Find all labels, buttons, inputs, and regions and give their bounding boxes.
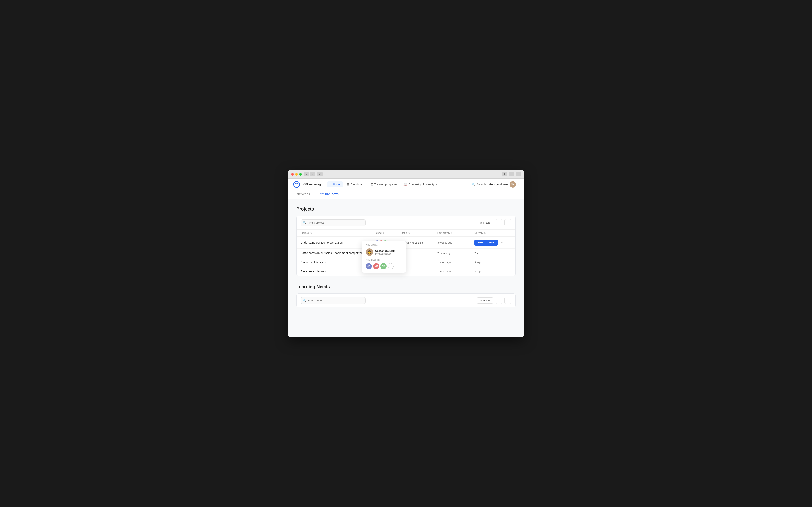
filters-icon: ⚙ — [480, 221, 482, 224]
popup-champion: 👩 Cassandre Brun Product Manager — [366, 248, 402, 256]
learning-needs-toolbar: 🔍 ⚙ Filters ↓ + — [297, 294, 515, 307]
filters-button[interactable]: ⚙ Filters — [477, 220, 494, 226]
sort-icon-projects: ⇅ — [310, 232, 312, 234]
col-delivery: Delivery ⇅ — [474, 232, 511, 234]
col-squad: Squad ⇅ — [374, 232, 400, 234]
delivery-row3: 3 sept — [474, 261, 511, 264]
projects-title: Projects — [296, 207, 516, 212]
table-row: Understand our tech organization JD MK C… — [297, 237, 515, 248]
add-reviewer-button[interactable]: + — [388, 263, 394, 269]
last-activity-row1: 3 weeks ago — [438, 241, 474, 244]
more-options-button[interactable]: ··· — [500, 240, 505, 245]
needs-toolbar-actions: ⚙ Filters ↓ + — [477, 297, 511, 304]
toolbar-actions: ⚙ Filters ↓ + — [477, 219, 511, 226]
sub-nav: BROWSE ALL MY PROJECTS — [288, 190, 524, 199]
nav-links: ⌂ Home ⊞ Dashboard ⊡ Training programs 📖… — [327, 181, 472, 187]
sort-icon-last-activity: ⇅ — [451, 232, 453, 234]
dashboard-icon: ⊞ — [347, 182, 349, 186]
logo-area[interactable]: 360Learning — [293, 181, 321, 188]
book-icon: 📖 — [403, 182, 407, 186]
needs-filters-button[interactable]: ⚙ Filters — [477, 297, 494, 303]
search-label: Search — [477, 183, 486, 186]
projects-card: 🔍 ⚙ Filters ↓ + — [296, 216, 516, 276]
projects-table: Projects ⇅ Squad ⇅ Status ⇅ — [297, 230, 515, 276]
nav-link-training[interactable]: ⊡ Training programs — [368, 181, 400, 187]
user-avatar: GA — [510, 181, 516, 187]
nav-link-dashboard-label: Dashboard — [350, 183, 364, 186]
project-search-input[interactable] — [301, 219, 366, 226]
main-content: Projects 🔍 ⚙ Filters — [288, 199, 524, 337]
nav-link-convexity-label: Convexity University — [409, 183, 435, 186]
needs-search-input[interactable] — [301, 297, 366, 304]
needs-download-icon: ↓ — [498, 299, 500, 302]
see-course-button[interactable]: SEE COURSE — [474, 239, 498, 245]
delivery-row4: 3 sept — [474, 270, 511, 273]
minimize-button[interactable] — [295, 173, 298, 176]
dropdown-chevron-icon: ▾ — [436, 183, 437, 185]
col-status: Status ⇅ — [401, 232, 438, 234]
needs-search-icon: 🔍 — [303, 299, 306, 302]
training-icon: ⊡ — [370, 182, 373, 186]
last-activity-row2: 2 month ago — [438, 252, 474, 255]
back-button[interactable]: ‹ — [304, 172, 309, 176]
download-button[interactable]: ↓ — [496, 219, 502, 226]
champion-name: Cassandre Brun — [375, 249, 396, 252]
sub-nav-browse-all[interactable]: BROWSE ALL — [293, 190, 317, 199]
actions-cell-row1: SEE COURSE ··· — [474, 239, 511, 245]
projects-section: Projects 🔍 ⚙ Filters — [296, 207, 516, 276]
download-icon: ↓ — [498, 221, 500, 225]
project-search-icon: 🔍 — [303, 221, 306, 224]
champion-avatar: 👩 — [366, 248, 373, 256]
nav-link-home[interactable]: ⌂ Home — [327, 181, 343, 187]
new-tab-button[interactable]: + — [516, 172, 521, 176]
reviewer-avatar-3: CB — [380, 263, 387, 269]
nav-right: 🔍 Search George Alonzo GA ▾ — [472, 181, 519, 187]
fullscreen-button[interactable] — [299, 173, 302, 176]
reviewer-avatar-1: JD — [366, 263, 372, 269]
sub-nav-my-projects[interactable]: MY PROJECTS — [317, 190, 342, 199]
last-activity-row4: 1 week ago — [438, 270, 474, 273]
needs-search-wrap: 🔍 — [301, 297, 366, 304]
sort-icon-delivery: ⇅ — [484, 232, 486, 234]
champion-label: CHAMPION — [366, 244, 402, 246]
add-need-button[interactable]: + — [504, 297, 511, 304]
tabs-button[interactable]: ⊞ — [317, 172, 322, 176]
user-dropdown-icon: ▾ — [518, 183, 519, 185]
add-project-button[interactable]: + — [504, 219, 511, 226]
project-search-wrap: 🔍 — [301, 219, 366, 226]
learning-needs-title: Learning Needs — [296, 284, 516, 289]
duplicate-button[interactable]: ⧉ — [509, 172, 514, 176]
share-button[interactable]: ⬆ — [502, 172, 507, 176]
close-button[interactable] — [291, 173, 294, 176]
popup-reviewers: JD MK CB + — [366, 263, 402, 269]
nav-link-home-label: Home — [333, 183, 341, 186]
nav-link-convexity[interactable]: 📖 Convexity University ▾ — [401, 181, 440, 187]
search-area[interactable]: 🔍 Search — [472, 182, 486, 186]
reviewers-label: REVIEWERS — [366, 259, 402, 261]
col-last-activity: Last activity ⇅ — [438, 232, 474, 234]
squad-popup: CHAMPION 👩 Cassandre Brun Product Manage… — [362, 241, 406, 273]
reviewer-avatar-2: MK — [373, 263, 379, 269]
logo-icon — [293, 181, 300, 188]
user-name: George Alonzo — [489, 183, 508, 186]
traffic-lights — [291, 173, 302, 176]
needs-filters-icon: ⚙ — [480, 299, 482, 302]
nav-link-training-label: Training programs — [374, 183, 397, 186]
top-nav: 360Learning ⌂ Home ⊞ Dashboard ⊡ Trainin… — [288, 179, 524, 190]
learning-needs-section: Learning Needs 🔍 ⚙ Filters — [296, 284, 516, 307]
delivery-row2: 2 feb — [474, 252, 511, 255]
home-icon: ⌂ — [330, 182, 332, 186]
forward-button[interactable]: › — [310, 172, 315, 176]
table-header: Projects ⇅ Squad ⇅ Status ⇅ — [297, 230, 515, 237]
needs-download-button[interactable]: ↓ — [496, 297, 502, 304]
sort-icon-status: ⇅ — [408, 232, 410, 234]
projects-toolbar: 🔍 ⚙ Filters ↓ + — [297, 216, 515, 230]
sort-icon-squad: ⇅ — [383, 232, 384, 234]
learning-needs-card: 🔍 ⚙ Filters ↓ + — [296, 293, 516, 307]
nav-link-dashboard[interactable]: ⊞ Dashboard — [344, 181, 367, 187]
logo-text: 360Learning — [302, 182, 321, 186]
needs-plus-icon: + — [507, 299, 509, 302]
user-area[interactable]: George Alonzo GA ▾ — [489, 181, 519, 187]
search-icon: 🔍 — [472, 182, 476, 186]
plus-icon: + — [507, 221, 509, 225]
